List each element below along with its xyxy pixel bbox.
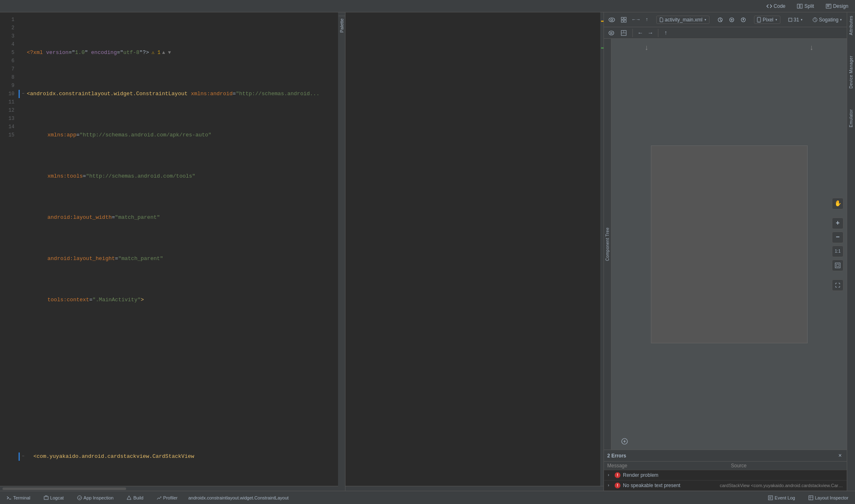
svg-point-3 (609, 18, 615, 22)
theme-btn[interactable] (738, 16, 748, 23)
fold-icon-10[interactable]: − (20, 454, 26, 459)
right-attributes-sidebar: Attributes Device Manager Emulator (847, 12, 855, 491)
code-editor: 1 2 3 4 5 6 7 8 9 10 11 12 13 14 15 (0, 12, 604, 486)
editor-area: 1 2 3 4 5 6 7 8 9 10 11 12 13 14 15 (0, 12, 604, 491)
line-numbers: 1 2 3 4 5 6 7 8 9 10 11 12 13 14 15 (0, 12, 19, 486)
svg-rect-1 (800, 4, 802, 8)
code-line-7: tools:context=".MainActivity"> (19, 296, 600, 304)
warning-marker-2 (601, 47, 604, 49)
profiler-btn[interactable]: Profiler (154, 495, 180, 501)
error-dot-2: ! (615, 483, 620, 488)
design-btn[interactable]: Design (823, 2, 851, 10)
phone-screen (651, 145, 808, 343)
api-level-dropdown[interactable]: 31 ▾ (786, 16, 805, 23)
pan-tool-btn[interactable]: ✋ (832, 198, 843, 209)
render-mode-btn[interactable] (727, 16, 737, 23)
up-arrow-btn[interactable]: ↑ (643, 16, 650, 23)
errors-header: 2 Errors × (604, 450, 847, 462)
prev-view-btn[interactable]: ← (637, 29, 644, 37)
logcat-btn[interactable]: Logcat (41, 495, 66, 501)
zoom-in-btn[interactable]: + (832, 218, 843, 229)
file-dropdown[interactable]: activity_main.xml ▾ (656, 16, 709, 24)
error-row-2[interactable]: › ! No speakable text present cardStackV… (604, 481, 847, 491)
app-inspection-btn[interactable]: App Inspection (75, 495, 116, 501)
svg-point-23 (78, 496, 82, 500)
layout-inspector-btn[interactable]: Layout Inspector (806, 495, 851, 501)
code-line-1: <?xml version="1.0" encoding="utf-8"?> ⚠… (19, 49, 600, 57)
code-line-5: android:layout_width="match_parent" (19, 213, 600, 222)
code-content[interactable]: <?xml version="1.0" encoding="utf-8"?> ⚠… (19, 12, 600, 486)
right-panel: Palette ← (604, 12, 847, 491)
device-manager-label[interactable]: Device Manager (849, 56, 853, 89)
svg-rect-25 (809, 496, 813, 500)
emulator-label[interactable]: Emulator (849, 109, 853, 127)
one-to-one-btn[interactable]: 1:1 (832, 246, 843, 257)
phone-top-left-indicator: ↓ (644, 44, 649, 52)
viewport-controls: ✋ + − 1:1 (832, 198, 843, 291)
component-tree-sidebar: Component Tree (604, 39, 611, 450)
svg-point-12 (743, 19, 744, 20)
grid-btn[interactable] (619, 16, 629, 23)
scroll-track[interactable] (600, 12, 604, 486)
split-btn[interactable]: Split (794, 2, 816, 10)
fold-icon-2[interactable]: − (20, 91, 26, 97)
svg-point-18 (611, 32, 612, 34)
phone-top-right-indicator: ↓ (809, 44, 814, 52)
errors-table: Message Source › ! Render problem › ! No… (604, 462, 847, 491)
code-line-3: xmlns:app="http://schemas.android.com/ap… (19, 131, 600, 139)
svg-rect-7 (621, 20, 623, 22)
horizontal-scrollbar[interactable] (0, 486, 604, 491)
svg-rect-22 (44, 497, 48, 499)
view-options-btn[interactable] (606, 16, 617, 23)
bottom-left-icon[interactable] (621, 438, 628, 446)
show-decorations-btn[interactable] (606, 29, 616, 37)
fold-spacer-3 (20, 132, 26, 138)
component-tree-label: Component Tree (605, 227, 610, 261)
code-line-6: android:layout_height="match_parent" (19, 255, 600, 263)
svg-rect-20 (835, 263, 840, 268)
fold-spacer-4 (20, 173, 26, 179)
palette-sidebar[interactable]: Palette (338, 12, 345, 491)
terminal-btn[interactable]: Terminal (4, 495, 33, 501)
error-dot-1: ! (615, 472, 620, 478)
svg-point-17 (609, 31, 614, 35)
code-btn[interactable]: Code (764, 2, 788, 10)
error-chevron-1: › (607, 473, 612, 478)
device-dropdown[interactable]: Pixel ▾ (754, 16, 780, 24)
code-line-9 (19, 395, 600, 420)
main-layout: 1 2 3 4 5 6 7 8 9 10 11 12 13 14 15 (0, 12, 855, 491)
error-row-1[interactable]: › ! Render problem (604, 470, 847, 481)
code-line-4: xmlns:tools="http://schemas.android.com/… (19, 172, 600, 181)
layout-mode-btn[interactable] (715, 16, 725, 23)
svg-rect-0 (797, 4, 799, 8)
event-log-btn[interactable]: Event Log (766, 495, 798, 501)
warning-icon-1: ⚠ 1 (152, 49, 161, 57)
view-toolbar: ← → ↑ (604, 27, 847, 39)
error-source-2: cardStackView <com.yuyakaido.android.car… (720, 483, 843, 488)
svg-point-14 (759, 21, 759, 22)
next-view-btn[interactable]: → (646, 29, 654, 37)
up-btn[interactable]: ↑ (662, 29, 669, 37)
errors-close-btn[interactable]: × (837, 452, 843, 459)
design-toolbar: ← → ↑ activity_main.xml ▾ (604, 12, 847, 27)
status-breadcrumb: androidx.constraintlayout.widget.Constra… (188, 495, 757, 501)
expand-btn[interactable] (832, 279, 843, 291)
fold-spacer-8 (20, 347, 26, 352)
navigation-arrows[interactable]: ← → (630, 16, 641, 23)
viewport-area: Component Tree ↓ ↓ ✋ + (604, 39, 847, 450)
status-bar: Terminal Logcat App Inspection Build Pro… (0, 491, 855, 504)
fit-screen-btn[interactable] (832, 260, 843, 271)
show-layout-btn[interactable] (619, 29, 629, 37)
top-toolbar: Code Split Design (0, 0, 855, 12)
svg-point-4 (611, 19, 613, 21)
code-line-10: − <com.yuyakaido.android.cardstackview.C… (19, 452, 600, 461)
error-message-1: Render problem (623, 472, 841, 478)
gutter-mark-2 (19, 90, 20, 98)
theme-dropdown[interactable]: Sogating ▾ (810, 16, 844, 23)
gutter-mark-10 (19, 452, 20, 461)
attributes-label[interactable]: Attributes (849, 16, 853, 35)
fold-spacer-9 (20, 404, 26, 410)
zoom-out-btn[interactable]: − (832, 232, 843, 243)
svg-rect-6 (624, 17, 626, 19)
build-btn[interactable]: Build (124, 495, 146, 501)
